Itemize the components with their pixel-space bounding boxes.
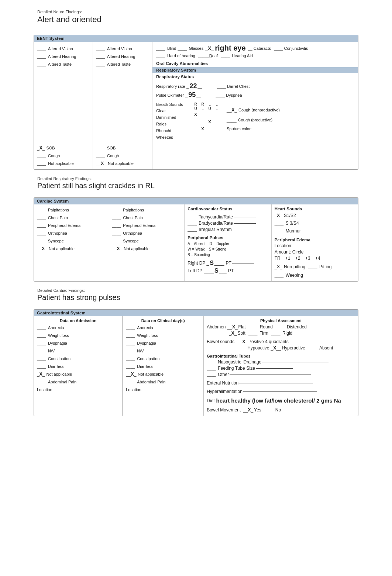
location-c1: Location <box>37 386 119 393</box>
neuro-heading: Alert and oriented <box>37 15 355 24</box>
pulses-legend: A = Absent D = Doppler W = Weak S = Stro… <box>188 241 268 258</box>
oral-cavity-label: Oral Cavity Abnormalities <box>156 61 354 66</box>
s1s2-row: _X_ S1/S2 <box>275 212 355 219</box>
pitting-row: _X_ Non-pitting ____ Pitting <box>275 264 355 269</box>
syncope-c2: ____ Syncope <box>112 238 181 244</box>
tr-row: TR +1 +2 +3 +4 <box>275 256 355 261</box>
brady-row: ____ Bradycardia/Rate <box>188 221 268 226</box>
cough-prod-row: ____ Cough (productive) <box>227 117 280 123</box>
location-c2: Location <box>126 386 200 393</box>
chestp-c1: ____ Chest Pain <box>37 214 106 221</box>
diet-row: Diet heart healthy (low fat/low choleste… <box>207 397 355 404</box>
breath-label: Breath Sounds <box>156 102 189 107</box>
location-row: Location: <box>275 243 355 248</box>
resp-rate-val: 22 <box>189 82 197 90</box>
eent-section: EENT System ____ Altered Vision ____ Alt… <box>34 35 358 170</box>
diet-text: heart healthy (low fat/low cholesterol/ … <box>216 397 341 404</box>
altered-vision-col1: ____ Altered Vision <box>37 45 90 52</box>
orthop-c1: ____ Orthopnea <box>37 230 106 237</box>
cardiac-right-panel: Heart Sounds _X_ S1/S2 ____ S 3/S4 ____ … <box>271 204 358 281</box>
cardiac-header: Cardiac System <box>34 198 358 204</box>
notapp-c2: __X_ Not applicable <box>112 245 181 252</box>
orthop-c2: ____ Orthopnea <box>112 230 181 237</box>
altered-taste-check1: ____ <box>37 62 48 66</box>
chestp-c2: ____ Chest Pain <box>112 214 181 221</box>
x-right-eye-label: right eye <box>215 44 245 52</box>
irreg-row: ____ Irregular Rhythm <box>188 227 268 232</box>
resp-system-header: Respiratory System <box>152 67 358 73</box>
page-container: Detailed Neuro Findings: Alert and orien… <box>30 0 362 428</box>
periph-edema-header: Peripheral Edema <box>275 238 355 242</box>
resp-col1: _X_ SOB ____ Cough ____ Not applicable <box>34 143 93 169</box>
hyperali-row: Hyperalimentation <box>207 389 355 394</box>
pulse-ox-val: 95 <box>188 91 196 99</box>
cv-status-header: Cardiovascular Status <box>188 207 268 211</box>
anorexia-c2: ____ Anorexia <box>126 324 200 331</box>
eent-row1: ____ Blind ____ Glasses _X_ right eye __… <box>156 44 354 52</box>
altered-vision-check1: ____ <box>37 46 48 51</box>
enteral-label: Enteral Nutrition <box>207 380 238 386</box>
notapp-check2-resp: __X_ Not applicable <box>96 160 149 167</box>
eent-details: ____ Blind ____ Glasses _X_ right eye __… <box>152 42 358 143</box>
palp-c1: ____ Palpitations <box>37 207 106 213</box>
gi-col2-header: Data on Clinical day(s) <box>126 318 200 323</box>
cardiac-findings-text: Patient has strong pulses <box>37 293 355 302</box>
s3s4-row: ____ S 3/S4 <box>275 220 355 227</box>
sob-check1: _X_ SOB <box>37 145 90 151</box>
altered-taste-col1: ____ Altered Taste <box>37 61 90 68</box>
abdomp-c2: ____ Abdominal Pain <box>126 379 200 385</box>
neuro-col2: ____ Altered Vision ____ Altered Hearing… <box>93 42 152 143</box>
periph-pulses-label: Peripheral Pulses <box>188 235 268 240</box>
pulse-ox-row: Pulse Oximeter _ 95 __ ____ Dyspnea <box>156 91 354 99</box>
cardiac-col2: ____ Palpitations ____ Chest Pain ____ P… <box>109 204 184 281</box>
left-dp-row: Left DP ____ S ___ PT <box>188 268 268 274</box>
diarrhea-c2: ____ Diarrhea <box>126 363 200 370</box>
hyperali-label: Hyperalimentation <box>207 389 243 394</box>
resp-findings-text: Patient still has slight crackles in RL <box>37 182 355 190</box>
altered-hearing-col1: ____ Altered Hearing <box>37 53 90 60</box>
cough-check1: ____ Cough <box>37 152 90 159</box>
breath-sounds-section: Breath Sounds Clear Diminished Rales Rho… <box>156 102 354 141</box>
resp-status-label: Respiratory Status <box>156 75 354 79</box>
breath-results-col: __X_ Cough (nonproductive) ____ Cough (p… <box>227 102 280 141</box>
dysphagia-c1: ____ Dysphagia <box>37 340 119 346</box>
feeding-tube-row: ____ Feeding Tube Size <box>207 366 355 371</box>
breath-grid-data: X X X <box>192 111 220 132</box>
tachy-row: ____ Tachycardia/Rate <box>188 214 268 220</box>
murmur-row: ____ Murmur <box>275 228 355 234</box>
diarrhea-c1: ____ Diarrhea <box>37 363 119 370</box>
diet-label: Diet <box>207 398 214 403</box>
cough-check2: ____ Cough <box>96 152 149 159</box>
altered-vision-col2: ____ Altered Vision <box>96 45 149 52</box>
gi-header: Gastrointestinal System <box>34 310 358 316</box>
eent-row2: ____ Hard of hearing ______ Deaf ____ He… <box>156 54 354 58</box>
sob-check2: ____ SOB <box>96 145 149 151</box>
weeping-row: ____ Weeping <box>275 273 355 278</box>
breath-grid-headers: RRLL ULUL <box>192 102 220 111</box>
resp-col2: ____ SOB ____ Cough __X_ Not applicable <box>93 143 152 169</box>
resp-findings-block: Detailed Respiratory Findings: Patient s… <box>34 174 358 193</box>
syncope-c1: ____ Syncope <box>37 238 106 244</box>
abdomen-row1: Abdomen __X_ Flat ____ Round ____ Disten… <box>207 324 355 330</box>
resp-rate-row: Respiratory rate _ 22 __ ____ Barrel Che… <box>156 82 354 90</box>
gi-tubes-label: Gastrointestinal Tubes <box>207 354 355 358</box>
resp-right-spacer <box>152 143 358 169</box>
dysphagia-c2: ____ Dysphagia <box>126 340 200 346</box>
gi-col2: Data on Clinical day(s) ____ Anorexia __… <box>123 316 203 416</box>
altered-taste-check2: ____ <box>96 62 107 66</box>
gi-col1-header: Data on Admission <box>37 318 119 323</box>
abdomp-c1: ____ Abdominal Pain <box>37 379 119 385</box>
bowel-movement-row: Bowel Movement __X_ Yes ____ No <box>207 407 355 413</box>
resp-rate-label: Respiratory rate <box>156 84 185 89</box>
sputum-color: Sputum color: <box>227 127 280 131</box>
pulse-ox-label: Pulse Oximeter <box>156 93 184 97</box>
right-dp-row: Right DP _ S ____ PT <box>188 260 268 266</box>
pedema-c1: ____ Peripheral Edema <box>37 222 106 229</box>
breath-row-labels: Clear Diminished Rales Rhonchi Wheezes <box>156 107 189 141</box>
constip-c1: ____ Constipation <box>37 355 119 362</box>
bowel-sounds-row2: ____ Hypoactive _X__ Hyperactive ____ Ab… <box>207 345 355 351</box>
breath-sounds-label-col: Breath Sounds Clear Diminished Rales Rho… <box>156 102 189 141</box>
anorexia-c1: ____ Anorexia <box>37 324 119 331</box>
pedema-c2: ____ Peripheral Edema <box>112 222 181 229</box>
altered-taste-col2: ____ Altered Taste <box>96 61 149 68</box>
